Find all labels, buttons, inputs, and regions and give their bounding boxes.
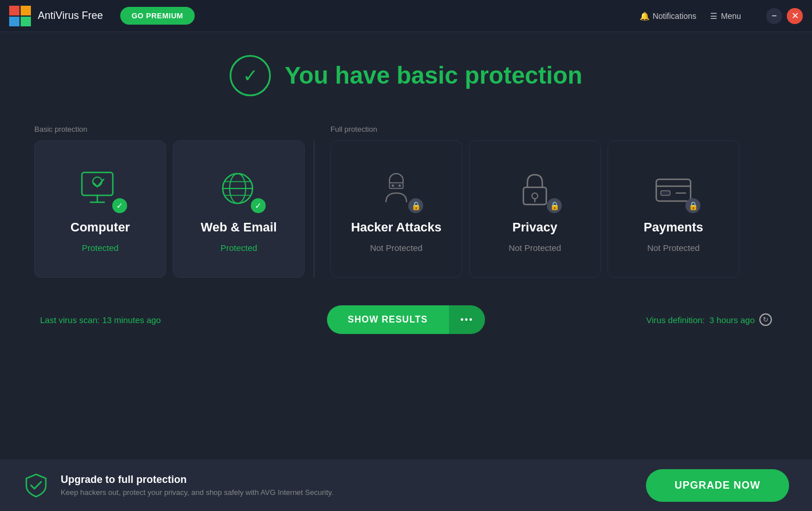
svg-point-17 (532, 193, 538, 199)
titlebar: AntiVirus Free GO PREMIUM 🔔 Notification… (0, 0, 812, 32)
minimize-button[interactable]: − (766, 8, 782, 24)
svg-rect-3 (21, 17, 31, 26)
menu-button[interactable]: ☰ Menu (710, 11, 741, 21)
full-protection-section: Full protection 🔒 Hacker Att (330, 125, 778, 278)
footer-shield-icon (23, 472, 49, 498)
footer-upgrade-bar: Upgrade to full protection Keep hackers … (0, 459, 812, 511)
avg-logo-icon (9, 6, 32, 26)
go-premium-button[interactable]: GO PREMIUM (120, 7, 195, 25)
web-email-icon-area: ✓ (213, 166, 265, 212)
status-headline: You have basic protection (285, 62, 582, 89)
payments-icon-area: 🔒 (648, 166, 699, 212)
payments-card-title: Payments (644, 220, 703, 235)
svg-rect-13 (389, 183, 403, 188)
app-name-label: AntiVirus Free (38, 10, 103, 22)
computer-status-badge: ✓ (112, 198, 127, 213)
hacker-attacks-card[interactable]: 🔒 Hacker Attacks Not Protected (330, 140, 462, 278)
status-circle: ✓ (230, 55, 271, 96)
payments-status-badge: 🔒 (685, 198, 700, 213)
payments-card-status: Not Protected (647, 243, 700, 253)
payments-card[interactable]: 🔒 Payments Not Protected (608, 140, 739, 278)
footer-subtitle: Keep hackers out, protect your privacy, … (61, 488, 634, 497)
app-logo-area: AntiVirus Free GO PREMIUM (9, 6, 640, 26)
scan-buttons-group: SHOW RESULTS ••• (327, 305, 485, 334)
privacy-icon-area: 🔒 (509, 166, 561, 212)
basic-protection-section: Basic protection ✓ Computer (34, 125, 305, 278)
hacker-icon-area: 🔒 (370, 166, 422, 212)
window-controls: − ✕ (766, 8, 803, 24)
basic-cards-row: ✓ Computer Protected (34, 140, 305, 278)
computer-card-status: Protected (82, 243, 119, 253)
svg-rect-19 (656, 179, 691, 201)
computer-card-title: Computer (70, 220, 130, 235)
privacy-card-title: Privacy (513, 220, 557, 235)
computer-card[interactable]: ✓ Computer Protected (34, 140, 166, 278)
svg-point-15 (399, 184, 401, 187)
hacker-status-badge: 🔒 (408, 198, 423, 213)
virus-definition-info: Virus definition: 3 hours ago ↻ (485, 313, 772, 326)
full-section-label: Full protection (330, 125, 778, 133)
bell-icon: 🔔 (640, 11, 649, 21)
web-email-card[interactable]: ✓ Web & Email Protected (173, 140, 305, 278)
svg-rect-2 (9, 17, 19, 26)
hacker-attacks-card-status: Not Protected (370, 243, 423, 253)
svg-point-14 (392, 184, 394, 187)
basic-section-label: Basic protection (34, 125, 305, 133)
svg-rect-0 (9, 6, 19, 15)
protection-sections: Basic protection ✓ Computer (34, 125, 778, 278)
computer-icon-area: ✓ (74, 166, 126, 212)
close-button[interactable]: ✕ (787, 8, 803, 24)
svg-rect-4 (82, 172, 113, 195)
scan-bar: Last virus scan: 13 minutes ago SHOW RES… (34, 305, 778, 334)
privacy-card[interactable]: 🔒 Privacy Not Protected (469, 140, 601, 278)
status-header: ✓ You have basic protection (230, 55, 582, 96)
hacker-attacks-card-title: Hacker Attacks (351, 220, 442, 235)
section-divider (314, 141, 314, 278)
main-content: ✓ You have basic protection Basic protec… (0, 32, 812, 334)
show-results-button[interactable]: SHOW RESULTS (327, 305, 448, 334)
refresh-icon[interactable]: ↻ (759, 313, 772, 326)
footer-title: Upgrade to full protection (61, 474, 634, 486)
web-email-status-badge: ✓ (251, 198, 266, 213)
privacy-card-status: Not Protected (509, 243, 561, 253)
footer-text-area: Upgrade to full protection Keep hackers … (61, 474, 634, 497)
last-scan-info: Last virus scan: 13 minutes ago (40, 315, 327, 325)
full-cards-row: 🔒 Hacker Attacks Not Protected (330, 140, 778, 278)
privacy-status-badge: 🔒 (547, 198, 562, 213)
titlebar-controls: 🔔 Notifications ☰ Menu − ✕ (640, 8, 803, 24)
svg-rect-21 (661, 191, 670, 195)
svg-rect-1 (21, 6, 31, 15)
upgrade-now-button[interactable]: UPGRADE NOW (646, 469, 789, 502)
web-email-card-title: Web & Email (201, 220, 277, 235)
checkmark-icon: ✓ (243, 65, 258, 87)
hamburger-icon: ☰ (710, 11, 718, 21)
more-options-button[interactable]: ••• (448, 305, 485, 334)
notifications-button[interactable]: 🔔 Notifications (640, 11, 696, 21)
web-email-card-status: Protected (220, 243, 257, 253)
